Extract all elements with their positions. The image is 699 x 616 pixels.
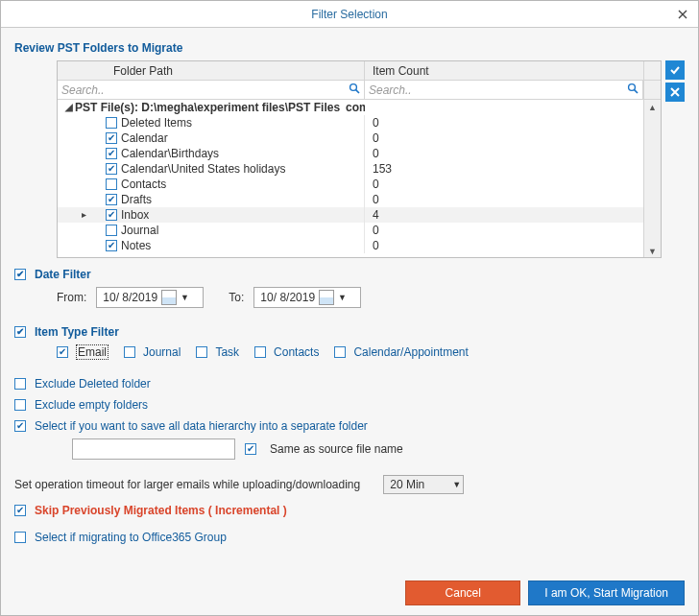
cancel-button[interactable]: Cancel	[405, 580, 520, 605]
row-item-count: 153	[365, 161, 661, 177]
start-migration-button[interactable]: I am OK, Start Migration	[528, 580, 685, 605]
row-item-count: 0	[365, 192, 661, 207]
to-date-input[interactable]: 10/ 8/2019 ▼	[253, 287, 361, 308]
section-title-folders: Review PST Folders to Migrate	[14, 41, 685, 55]
tree-root-row[interactable]: ◢ PST File(s): D:\megha\experiment files…	[58, 100, 661, 115]
row-checkbox[interactable]	[106, 148, 117, 159]
column-header-folder[interactable]: Folder Path	[58, 61, 365, 80]
check-all-button[interactable]	[665, 60, 685, 80]
row-item-count: 0	[365, 223, 661, 238]
row-item-count: 4	[365, 207, 661, 223]
row-checkbox[interactable]	[106, 194, 117, 205]
svg-line-3	[635, 90, 638, 93]
row-checkbox[interactable]	[106, 163, 117, 175]
svg-point-0	[350, 84, 357, 91]
exclude-deleted-label: Exclude Deleted folder	[35, 377, 151, 391]
root-path-prefix: PST File(s): D:\megha\experiment files\P…	[75, 100, 340, 115]
task-checkbox[interactable]	[196, 346, 207, 358]
row-checkbox[interactable]	[106, 225, 117, 236]
row-item-count: 0	[365, 146, 661, 161]
contacts-checkbox[interactable]	[254, 346, 266, 358]
date-filter-label: Date Filter	[35, 268, 91, 281]
row-folder-label: Calendar\United States holidays	[121, 161, 285, 177]
row-item-count: 0	[365, 238, 661, 253]
exclude-empty-checkbox[interactable]	[14, 399, 26, 411]
folders-grid: Folder Path Item Count Search.. Search..	[57, 60, 662, 258]
table-row[interactable]: Drafts0	[58, 192, 661, 207]
save-hierarchy-label: Select if you want to save all data hier…	[35, 419, 368, 433]
search-icon	[349, 83, 360, 97]
calendar-checkbox[interactable]	[334, 346, 346, 358]
table-row[interactable]: Calendar\Birthdays0	[58, 146, 661, 161]
same-as-source-label: Same as source file name	[270, 442, 403, 456]
from-date-input[interactable]: 10/ 8/2019 ▼	[96, 287, 204, 308]
o365-group-checkbox[interactable]	[14, 532, 26, 543]
exclude-empty-label: Exclude empty folders	[35, 398, 148, 412]
table-row[interactable]: Notes0	[58, 238, 661, 253]
table-row[interactable]: Calendar0	[58, 130, 661, 146]
journal-label: Journal	[143, 345, 181, 359]
row-checkbox[interactable]	[106, 117, 117, 129]
same-as-source-checkbox[interactable]	[245, 443, 256, 455]
timeout-label: Set operation timeout for larger emails …	[14, 478, 360, 491]
collapse-icon[interactable]: ◢	[65, 100, 73, 115]
row-folder-label: Calendar	[121, 130, 168, 146]
calendar-icon	[319, 290, 334, 305]
table-row[interactable]: ▸Inbox4	[58, 207, 661, 223]
row-folder-label: Calendar\Birthdays	[121, 146, 219, 161]
calendar-icon	[161, 290, 177, 305]
row-item-count: 0	[365, 115, 661, 130]
row-item-count: 0	[365, 177, 661, 192]
row-folder-label: Drafts	[121, 192, 152, 207]
item-type-filter-checkbox[interactable]	[14, 326, 26, 338]
skip-previous-checkbox[interactable]	[14, 505, 26, 516]
o365-group-label: Select if migrating to Office365 Group	[35, 531, 227, 544]
scroll-down-icon[interactable]: ▼	[644, 244, 661, 258]
email-label: Email	[76, 344, 108, 360]
row-folder-label: Journal	[121, 223, 158, 238]
expand-icon[interactable]: ▸	[79, 207, 88, 223]
search-count-input[interactable]: Search..	[365, 81, 643, 99]
title-bar: Filter Selection	[1, 1, 698, 28]
row-folder-label: Deleted Items	[121, 115, 192, 130]
svg-point-2	[629, 84, 636, 91]
row-checkbox[interactable]	[106, 209, 117, 221]
timeout-select[interactable]: 20 Min ▼	[383, 475, 464, 494]
uncheck-all-button[interactable]	[665, 83, 685, 102]
skip-previous-label: Skip Previously Migrated Items ( Increme…	[35, 504, 287, 517]
table-row[interactable]: Contacts0	[58, 177, 661, 192]
calendar-label: Calendar/Appointment	[353, 345, 468, 359]
table-row[interactable]: Deleted Items0	[58, 115, 661, 130]
hierarchy-folder-input[interactable]	[72, 438, 235, 460]
chevron-down-icon: ▼	[181, 293, 189, 302]
column-header-count[interactable]: Item Count	[365, 61, 643, 80]
row-folder-label: Contacts	[121, 177, 166, 192]
search-icon	[627, 83, 639, 97]
journal-checkbox[interactable]	[124, 346, 135, 358]
contacts-label: Contacts	[274, 345, 319, 359]
chevron-down-icon: ▼	[338, 293, 347, 302]
to-label: To:	[229, 291, 244, 304]
search-folder-input[interactable]: Search..	[58, 81, 365, 99]
email-checkbox[interactable]	[57, 346, 68, 358]
row-checkbox[interactable]	[106, 240, 117, 251]
chevron-down-icon: ▼	[452, 480, 461, 489]
vertical-scrollbar[interactable]: ▲ ▼	[643, 100, 661, 258]
task-label: Task	[215, 345, 239, 359]
svg-line-1	[356, 90, 359, 93]
row-item-count: 0	[365, 130, 661, 146]
date-filter-checkbox[interactable]	[14, 269, 26, 280]
row-folder-label: Notes	[121, 238, 151, 253]
root-path-suffix: com.pst	[346, 100, 365, 115]
row-folder-label: Inbox	[121, 207, 149, 223]
row-checkbox[interactable]	[106, 178, 117, 190]
table-row[interactable]: Calendar\United States holidays153	[58, 161, 661, 177]
item-type-filter-label: Item Type Filter	[35, 325, 119, 339]
window-title: Filter Selection	[311, 8, 387, 21]
scroll-up-icon[interactable]: ▲	[644, 100, 661, 115]
row-checkbox[interactable]	[106, 132, 117, 144]
close-button[interactable]	[673, 5, 692, 24]
table-row[interactable]: Journal0	[58, 223, 661, 238]
exclude-deleted-checkbox[interactable]	[14, 378, 26, 390]
save-hierarchy-checkbox[interactable]	[14, 420, 26, 432]
